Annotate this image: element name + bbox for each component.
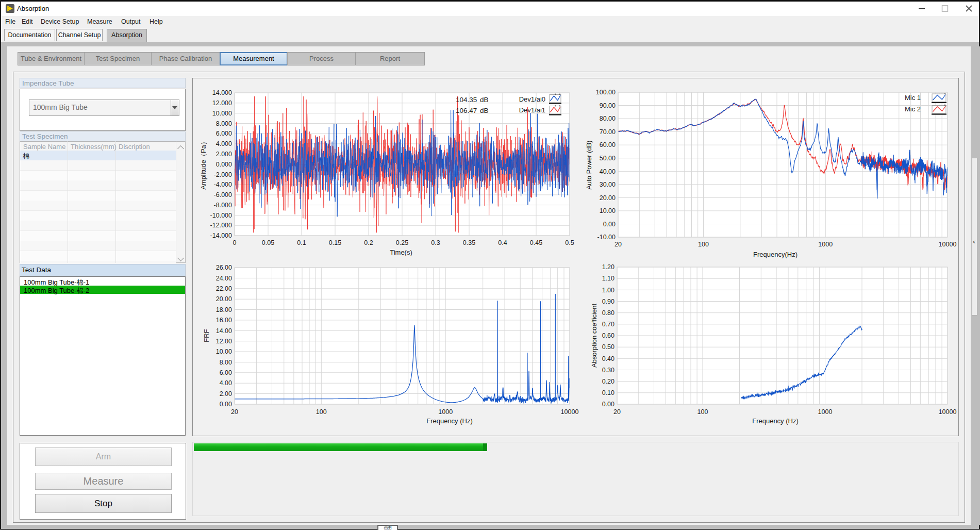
svg-text:0.25: 0.25 xyxy=(396,239,408,246)
svg-text:0.1: 0.1 xyxy=(297,239,306,246)
svg-text:Time(s): Time(s) xyxy=(390,249,412,256)
svg-text:26.00: 26.00 xyxy=(216,264,232,271)
svg-text:1.20: 1.20 xyxy=(602,263,614,271)
svg-text:1.10: 1.10 xyxy=(602,275,614,282)
svg-text:0.000: 0.000 xyxy=(216,161,232,168)
svg-text:12.000: 12.000 xyxy=(212,100,232,107)
svg-text:Mic 2: Mic 2 xyxy=(905,105,921,113)
svg-text:10.00: 10.00 xyxy=(600,207,616,214)
svg-text:50.00: 50.00 xyxy=(600,155,616,162)
svg-text:40.00: 40.00 xyxy=(600,168,616,175)
svg-text:10.00: 10.00 xyxy=(216,348,232,355)
svg-text:0.00: 0.00 xyxy=(220,401,232,408)
svg-text:0.3: 0.3 xyxy=(431,239,440,246)
svg-text:6.000: 6.000 xyxy=(216,130,232,137)
svg-text:60.00: 60.00 xyxy=(600,141,616,148)
svg-text:80.00: 80.00 xyxy=(600,115,616,122)
svg-text:-4.000: -4.000 xyxy=(214,181,232,188)
svg-text:1.00: 1.00 xyxy=(602,287,614,294)
svg-text:90.00: 90.00 xyxy=(600,102,616,109)
svg-text:20: 20 xyxy=(613,408,621,416)
svg-text:100: 100 xyxy=(316,408,327,416)
svg-text:30.00: 30.00 xyxy=(600,181,616,188)
svg-text:Dev1/ai0: Dev1/ai0 xyxy=(519,95,545,103)
svg-text:0.35: 0.35 xyxy=(463,239,475,246)
svg-text:0.05: 0.05 xyxy=(262,239,274,246)
svg-text:Amplitude（Pa）: Amplitude（Pa） xyxy=(200,138,207,190)
svg-text:0.20: 0.20 xyxy=(602,378,614,385)
svg-text:Frequency (Hz): Frequency (Hz) xyxy=(426,417,473,425)
svg-text:10000: 10000 xyxy=(939,241,957,248)
svg-text:22.00: 22.00 xyxy=(216,285,232,292)
svg-text:1000: 1000 xyxy=(818,408,833,416)
svg-text:Frequency (Hz): Frequency (Hz) xyxy=(752,417,799,425)
svg-text:1000: 1000 xyxy=(818,241,833,248)
svg-text:0.90: 0.90 xyxy=(602,298,614,305)
svg-text:4.00: 4.00 xyxy=(220,379,232,387)
svg-text:0.2: 0.2 xyxy=(364,239,373,246)
svg-text:2.00: 2.00 xyxy=(220,390,232,397)
svg-text:0: 0 xyxy=(233,239,237,246)
svg-text:dB: dB xyxy=(480,96,489,104)
svg-text:6.00: 6.00 xyxy=(220,369,232,376)
svg-text:10.000: 10.000 xyxy=(212,110,232,117)
svg-text:-6.000: -6.000 xyxy=(214,191,232,198)
svg-text:0.00: 0.00 xyxy=(603,221,616,228)
svg-text:-10.00: -10.00 xyxy=(597,234,616,241)
svg-text:8.00: 8.00 xyxy=(220,359,232,366)
svg-text:1000: 1000 xyxy=(438,408,453,416)
svg-text:-8.000: -8.000 xyxy=(214,202,232,209)
svg-text:8.000: 8.000 xyxy=(216,120,232,127)
svg-text:0.00: 0.00 xyxy=(602,401,614,408)
svg-text:20.00: 20.00 xyxy=(600,194,616,202)
svg-text:-14.000: -14.000 xyxy=(210,232,232,239)
svg-text:0.60: 0.60 xyxy=(602,332,614,339)
svg-text:Absorption coefficient: Absorption coefficient xyxy=(590,304,598,368)
svg-text:-12.000: -12.000 xyxy=(210,222,232,229)
svg-text:Frequency(Hz): Frequency(Hz) xyxy=(753,251,798,258)
svg-text:18.00: 18.00 xyxy=(216,306,232,313)
svg-text:0.5: 0.5 xyxy=(565,239,574,246)
svg-text:14.00: 14.00 xyxy=(216,327,232,335)
svg-text:24.00: 24.00 xyxy=(216,275,232,282)
svg-text:4.000: 4.000 xyxy=(216,140,232,147)
svg-text:0.30: 0.30 xyxy=(602,367,614,374)
svg-text:Auto Power (dB): Auto Power (dB) xyxy=(585,140,593,189)
svg-text:70.00: 70.00 xyxy=(600,128,616,136)
svg-text:16.00: 16.00 xyxy=(216,317,232,324)
svg-text:0.70: 0.70 xyxy=(602,321,614,328)
svg-text:0.50: 0.50 xyxy=(602,343,614,351)
svg-text:Mic 1: Mic 1 xyxy=(905,94,921,102)
svg-text:10000: 10000 xyxy=(561,408,579,416)
svg-text:12.00: 12.00 xyxy=(216,338,232,345)
svg-text:-10.000: -10.000 xyxy=(210,212,232,219)
svg-text:100.00: 100.00 xyxy=(596,89,616,96)
svg-text:100: 100 xyxy=(697,408,708,416)
svg-text:20: 20 xyxy=(614,241,622,248)
svg-text:20: 20 xyxy=(231,408,238,416)
svg-text:10000: 10000 xyxy=(939,408,957,416)
svg-text:FRF: FRF xyxy=(203,329,210,342)
svg-text:2.000: 2.000 xyxy=(216,151,232,158)
svg-text:0.10: 0.10 xyxy=(602,389,614,396)
svg-text:14.000: 14.000 xyxy=(212,89,232,96)
svg-text:106.47: 106.47 xyxy=(456,107,477,114)
svg-text:0.15: 0.15 xyxy=(329,239,341,246)
svg-text:104.35: 104.35 xyxy=(456,96,477,104)
svg-text:0.4: 0.4 xyxy=(498,239,507,246)
svg-text:20.00: 20.00 xyxy=(216,295,232,303)
svg-text:0.80: 0.80 xyxy=(602,309,614,317)
svg-text:dB: dB xyxy=(480,107,489,114)
svg-text:0.45: 0.45 xyxy=(530,239,542,246)
svg-text:-2.000: -2.000 xyxy=(214,171,232,178)
svg-text:Dev1/ai1: Dev1/ai1 xyxy=(519,106,545,114)
svg-text:0.40: 0.40 xyxy=(602,355,614,362)
svg-text:100: 100 xyxy=(698,241,709,248)
